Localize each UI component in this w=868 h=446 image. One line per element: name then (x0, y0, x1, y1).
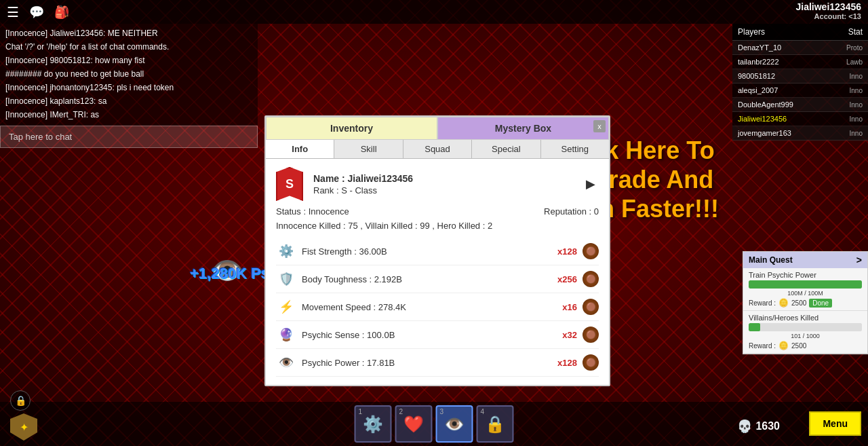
stat-label: Fist Strength : 36.00B (302, 246, 557, 257)
stat-row: ⚡ Movement Speed : 278.4K x16 🟤 (276, 293, 599, 321)
reward-amount: 2500 (791, 342, 806, 350)
chat-message: [Innocence] IMert_TRI: as (5, 109, 252, 121)
hotbar-slot-slot-1[interactable]: 1 ⚙️ (355, 405, 392, 443)
subtab-setting[interactable]: Setting (541, 140, 609, 158)
stat-label: Movement Speed : 278.4K (302, 302, 562, 312)
stat-boost-button[interactable]: 🟤 (583, 271, 599, 287)
stat-multiplier: x32 (562, 330, 577, 340)
chat-message: Chat '/?' or '/help' for a list of chat … (5, 41, 252, 53)
player-status: Inno (829, 115, 863, 123)
player-name: tailanbr2222 (738, 58, 829, 66)
player-name: jovemgamer163 (738, 129, 829, 137)
stat-multiplier: x256 (557, 274, 577, 284)
player-row: 980051812 Inno (732, 69, 868, 83)
quest-title: Main Quest (749, 255, 793, 265)
subtab-squad[interactable]: Squad (403, 140, 472, 158)
stat-row: 🛡️ Body Toughness : 2.192B x256 🟤 (276, 265, 599, 293)
quest-reward: Reward : 🪙 2500 Done (749, 298, 862, 308)
tab-mystery-box[interactable]: Mystery Box (437, 117, 609, 140)
player-row: tailanbr2222 Lawb (732, 55, 868, 69)
stat-label: Psychic Sense : 100.0B (302, 330, 562, 340)
stats-container: ⚙️ Fist Strength : 36.00B x128 🟤 🛡️ Body… (276, 238, 599, 377)
quest-item-title: Train Psychic Power (749, 271, 862, 279)
chat-messages: [Innocence] Jialiwei123456: ME NEITHERCh… (0, 24, 258, 126)
hotbar-slot-number: 3 (440, 408, 444, 415)
status-label: Status : Innocence (276, 206, 349, 217)
stat-label: Body Toughness : 2.192B (302, 274, 557, 284)
shield-stat-icon: 🛡️ (276, 269, 296, 289)
subtab-special[interactable]: Special (472, 140, 540, 158)
coin-display: 💀 1630 (737, 419, 780, 434)
quest-expand-arrow[interactable]: > (856, 255, 862, 265)
stat-boost-button[interactable]: 🟤 (583, 327, 599, 343)
player-status: Inno (829, 101, 863, 109)
reward-label: Reward : (749, 342, 776, 350)
lock-button[interactable]: 🔒 (10, 390, 31, 411)
stat-boost-button[interactable]: 🟤 (583, 243, 599, 259)
player-row: Jialiwei123456 Inno (732, 112, 868, 126)
subtab-info[interactable]: Info (266, 140, 334, 158)
rank-symbol: S (285, 177, 294, 191)
modal-tabs: Inventory Mystery Box (266, 117, 609, 140)
stat-boost-button[interactable]: 🟤 (583, 299, 599, 315)
hotbar-slot-slot-2[interactable]: 2 ❤️ (395, 405, 433, 443)
player-row: jovemgamer163 Inno (732, 126, 868, 141)
quest-progress-bar (749, 280, 862, 289)
players-list: DenazYT_10 Prototailanbr2222 Lawb9800518… (732, 41, 868, 141)
top-bar: ☰ 💬 🎒 Jialiwei123456 Account: <13 (0, 0, 868, 24)
hamburger-icon[interactable]: ☰ (7, 4, 19, 20)
tab-inventory[interactable]: Inventory (266, 117, 437, 140)
players-col-status: Stat (827, 24, 868, 40)
chat-input[interactable]: Tap here to chat (0, 126, 258, 148)
chat-message: ######## do you need to get blue ball (5, 68, 252, 80)
players-col-name: Players (732, 24, 827, 40)
players-header: Players Stat (732, 24, 868, 41)
reward-label: Reward : (749, 299, 776, 307)
quest-progress-text: 101 / 1000 (749, 333, 862, 339)
chat-message: [Innocence] jhonantony12345: pls i need … (5, 81, 252, 94)
hotbar-slot-icon: ❤️ (403, 415, 424, 434)
quest-progress-fill (749, 280, 862, 289)
modal-subtabs: Info Skill Squad Special Setting (266, 140, 609, 159)
player-row: aleqsi_2007 Inno (732, 83, 868, 98)
stat-boost-button[interactable]: 🟤 (583, 354, 599, 371)
status-reputation-row: Status : Innocence Reputation : 0 (276, 206, 599, 217)
modal-content: S Name : Jialiwei123456 Rank : S - Class… (266, 159, 609, 385)
quest-item: Villains/Heroes Killed 101 / 1000 Reward… (743, 311, 867, 354)
fist-icon: ⚙️ (276, 241, 296, 261)
chat-message: [Innocence] kaplants123: sa (5, 95, 252, 107)
chat-panel: [Innocence] Jialiwei123456: ME NEITHERCh… (0, 24, 258, 148)
menu-button[interactable]: Menu (809, 411, 861, 436)
modal-close-button[interactable]: x (593, 120, 606, 132)
stat-multiplier: x128 (557, 246, 577, 257)
hotbar-slot-number: 4 (481, 408, 485, 415)
player-status: Inno (829, 87, 863, 94)
player-name: DenazYT_10 (738, 43, 829, 52)
bag-icon[interactable]: 🎒 (54, 5, 69, 20)
quest-panel: Main Quest > Train Psychic Power 100M / … (743, 251, 868, 354)
coin-reward-icon: 🪙 (778, 341, 789, 350)
hotbar-slot-slot-4[interactable]: 4 🔒 (477, 405, 514, 443)
stat-row: ⚙️ Fist Strength : 36.00B x128 🟤 (276, 238, 599, 265)
subtab-skill[interactable]: Skill (334, 140, 403, 158)
bottom-bar: ✦ 🔒 1 ⚙️ 2 ❤️ 3 👁️ 4 🔒 💀 1630 Menu (0, 402, 868, 446)
hotbar-slot-number: 1 (359, 408, 363, 415)
hotbar-slot-slot-3[interactable]: 3 👁️ (436, 405, 473, 443)
player-status: Lawb (829, 58, 863, 66)
chat-message: [Innocence] 980051812: how many fist (5, 54, 252, 67)
player-status: Inno (829, 73, 863, 80)
stat-row: 🔮 Psychic Sense : 100.0B x32 🟤 (276, 321, 599, 349)
chat-icon[interactable]: 💬 (29, 5, 44, 20)
player-row: DoubleAgent999 Inno (732, 98, 868, 112)
hotbar-slot-icon: 👁️ (444, 415, 465, 434)
hotbar-slot-icon: ⚙️ (363, 415, 383, 434)
chat-message: [Innocence] Jialiwei123456: ME NEITHER (5, 27, 252, 39)
nav-arrow[interactable]: ▶ (586, 176, 595, 191)
psychic-power-icon: 👁️ (276, 352, 296, 373)
reward-amount: 2500 (791, 299, 806, 307)
coin-reward-icon: 🪙 (778, 298, 789, 308)
quest-progress-text: 100M / 100M (749, 290, 862, 297)
quest-item: Train Psychic Power 100M / 100M Reward :… (743, 268, 867, 311)
kills-line: Innocence Killed : 75 , Villain Killed :… (276, 221, 599, 231)
player-name: aleqsi_2007 (738, 86, 829, 94)
